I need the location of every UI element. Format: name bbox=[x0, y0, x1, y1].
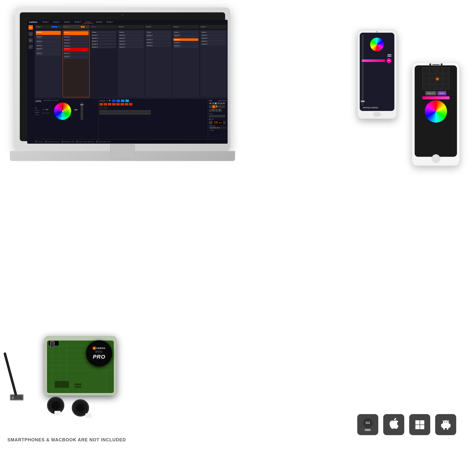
func-btn4[interactable] bbox=[219, 105, 222, 108]
group1-header[interactable]: Group 1 bbox=[36, 26, 42, 27]
reset-btn3[interactable] bbox=[214, 115, 217, 117]
scene-item[interactable]: Scene 3 00:00'00 bbox=[36, 35, 61, 39]
search-icon[interactable]: 🔍 bbox=[109, 100, 111, 102]
scene-item[interactable]: Scene 2 bbox=[119, 34, 144, 36]
win-quad-tl bbox=[415, 420, 420, 424]
bpm-display: 132 BPM bbox=[213, 121, 223, 124]
reset-btn4[interactable] bbox=[217, 115, 220, 117]
reset-btn1[interactable] bbox=[209, 115, 212, 117]
scene-item[interactable]: Scene 6 bbox=[146, 44, 171, 47]
patch-icon[interactable]: ✦ bbox=[28, 25, 33, 30]
scene-item[interactable]: Scene 2 00:00'04 bbox=[146, 34, 171, 38]
group5-column: Scene Scene 2 00:00'04 Scene 3 bbox=[145, 30, 172, 97]
scene-item[interactable]: Scene 6 bbox=[91, 46, 116, 48]
scene-item[interactable]: Scene 4 bbox=[64, 42, 89, 44]
scene-item[interactable]: Scene 4 bbox=[201, 40, 226, 42]
tab-group6[interactable]: Group 6 bbox=[94, 21, 104, 24]
scene-item[interactable]: Scene 7 00:00'62 bbox=[36, 52, 61, 56]
scene-item[interactable]: Scene 2 00:00'62 bbox=[36, 31, 61, 35]
reset-btn6[interactable] bbox=[223, 115, 225, 117]
scene-item[interactable]: Scene 2 00:00'00 bbox=[173, 34, 198, 38]
scene-item[interactable]: Scene 2 bbox=[91, 34, 116, 36]
func-btn6[interactable] bbox=[209, 109, 212, 112]
scene-item[interactable]: Scene 4 bbox=[91, 40, 116, 42]
scene-item[interactable]: Scene 5 bbox=[146, 41, 171, 44]
scene-item[interactable]: Scene bbox=[173, 31, 198, 33]
scene-item[interactable]: Scene 5 00:00'00 bbox=[173, 44, 198, 48]
group4-header[interactable]: Group 4 bbox=[119, 26, 124, 27]
bpm-knob[interactable] bbox=[209, 121, 213, 124]
color-wheel-tab[interactable]: ColourWheel bbox=[43, 100, 52, 102]
laptop-screen-bezel: cameo Group 1 Group 2 Group 3 Group 4 Gr… bbox=[20, 12, 225, 141]
scene-item[interactable]: Scene 7 00:00'53 bbox=[64, 55, 89, 59]
fx-icon[interactable]: ★ bbox=[28, 32, 33, 36]
scene-item[interactable]: Scene 4 bbox=[173, 41, 198, 44]
scene-item[interactable]: Scene 5 bbox=[201, 43, 226, 45]
scene-item[interactable]: Scene bbox=[91, 31, 116, 33]
play-btn[interactable]: ▶ bbox=[214, 102, 217, 105]
bottom-panel: Pan/Tilt ColourWheel Dimmer 👤 bbox=[34, 98, 228, 139]
scene-item[interactable]: Scene 3 bbox=[173, 38, 198, 41]
reset-btn5[interactable] bbox=[220, 115, 222, 117]
tab-group3[interactable]: Group 3 bbox=[62, 21, 72, 24]
group2-header[interactable]: Group 2 bbox=[64, 26, 69, 27]
func-btn9[interactable]: ⊞ bbox=[219, 109, 222, 112]
func-btn5[interactable] bbox=[222, 105, 225, 108]
dimmer-tab[interactable]: Dimmer bbox=[53, 100, 58, 102]
group7-header[interactable]: Group 7 bbox=[201, 26, 206, 27]
func-btn2[interactable] bbox=[212, 105, 215, 108]
skip-fwd-btn[interactable]: ⏭ bbox=[223, 102, 225, 105]
scene-item[interactable]: Scene 4 00:00'00 bbox=[36, 40, 61, 44]
scene-item[interactable]: Scene 3 bbox=[146, 38, 171, 41]
color-block-orange7 bbox=[125, 103, 128, 106]
reset-btn2[interactable] bbox=[212, 115, 214, 117]
bpm-btn[interactable] bbox=[223, 121, 226, 124]
scene-item[interactable]: Scene 3 bbox=[119, 37, 144, 39]
scene-item[interactable]: Scene 4 bbox=[64, 52, 89, 54]
scene-item[interactable]: Scene 5 00:00'49 bbox=[64, 48, 89, 52]
scene-item[interactable]: Scene 4 bbox=[119, 40, 144, 42]
scene-item[interactable]: Scene 3 bbox=[91, 37, 116, 39]
live-icon[interactable]: ▶ bbox=[28, 38, 33, 43]
scene-item[interactable]: Scene 3 bbox=[64, 39, 89, 41]
pan-tilt-position-dot[interactable] bbox=[436, 78, 439, 80]
group5-header[interactable]: Group 5 bbox=[146, 26, 151, 27]
tab-group5[interactable]: Group 5 bbox=[83, 21, 94, 24]
prev-btn[interactable]: ◀ bbox=[212, 102, 214, 105]
phone-home-btn-left[interactable] bbox=[373, 112, 381, 116]
tab-group2[interactable]: Group 2 bbox=[51, 21, 61, 24]
scene-item[interactable]: Scene 2 bbox=[201, 34, 226, 36]
func-btn1[interactable] bbox=[209, 105, 212, 108]
tab-group4[interactable]: Group 4 bbox=[72, 21, 83, 24]
func-btn7[interactable]: ⊕ bbox=[212, 109, 215, 112]
tab-group7[interactable]: Group 7 bbox=[105, 21, 115, 24]
slow-fx-button[interactable]: Slow FX bbox=[425, 91, 437, 95]
scene-item[interactable]: Scene 5 bbox=[36, 44, 61, 47]
next-btn[interactable]: ▶ bbox=[220, 102, 222, 105]
pause-btn[interactable]: ⏸ bbox=[217, 102, 220, 105]
scene-item[interactable]: Scene bbox=[146, 31, 171, 33]
scene-item[interactable]: Scene 5 bbox=[64, 45, 89, 47]
scene-item[interactable]: Scene bbox=[119, 31, 144, 33]
scene-item[interactable]: Scene 5 bbox=[119, 43, 144, 45]
func-btn3[interactable]: 🔒 bbox=[215, 105, 218, 108]
group6-column: Scene Scene 2 00:00'00 Scene 3 bbox=[173, 30, 199, 97]
scene-item[interactable]: Scene bbox=[201, 31, 226, 33]
scene-item[interactable]: Scene 3 bbox=[201, 37, 226, 39]
phone-left-color-wheel bbox=[370, 38, 384, 51]
skip-back-btn[interactable]: ⏮ bbox=[209, 102, 212, 105]
scene-item[interactable]: Scene 00:00'13 bbox=[64, 31, 89, 35]
scene-item[interactable]: Scene 6 00:00'00 bbox=[36, 47, 61, 51]
pan-tilt-tab[interactable]: Pan/Tilt bbox=[35, 100, 42, 102]
tab-group1[interactable]: Group 1 bbox=[41, 21, 51, 24]
phone-home-btn-right[interactable] bbox=[431, 154, 440, 163]
scene-item[interactable]: Scene 4 bbox=[119, 46, 144, 48]
group3-header[interactable]: Group 3 bbox=[91, 26, 96, 27]
dmx-left-sidebar: ✦ ★ ▶ ≡ bbox=[27, 24, 34, 144]
func-btn8[interactable]: ≡ bbox=[215, 109, 218, 112]
scene-item[interactable]: Scene 5 bbox=[91, 43, 116, 45]
disco-button[interactable]: Disco bbox=[437, 91, 446, 95]
show-icon[interactable]: ≡ bbox=[28, 45, 33, 49]
scene-item[interactable]: Scene 2 bbox=[64, 36, 89, 38]
group6-header[interactable]: Group 6 bbox=[173, 26, 179, 27]
